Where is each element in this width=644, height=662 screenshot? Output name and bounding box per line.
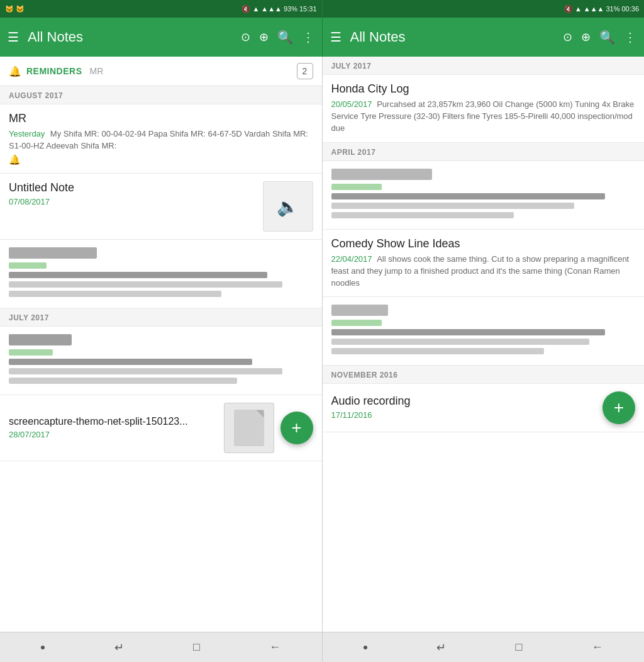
blurred-date-r2 xyxy=(331,320,382,326)
reminders-label: REMINDERS xyxy=(26,66,82,76)
upload-icon-left[interactable]: ⊕ xyxy=(259,30,269,44)
page-title-right: All Notes xyxy=(350,29,555,45)
note-date-screencapture: 28/07/2017 xyxy=(9,430,224,439)
import-icon-right[interactable]: ⊙ xyxy=(563,30,572,44)
note-blurred-r2[interactable] xyxy=(323,297,645,366)
note-blurred-1[interactable] xyxy=(0,240,322,308)
menu-icon-left[interactable]: ☰ xyxy=(8,30,19,45)
note-screencapture[interactable]: screencapture-themo-net-split-150123... … xyxy=(0,395,322,461)
blurred-line-r2a xyxy=(331,329,605,335)
app-header-left: ☰ All Notes ⊙ ⊕ 🔍 ⋮ xyxy=(0,18,322,57)
import-icon-left[interactable]: ⊙ xyxy=(241,30,250,44)
section-header-april: APRIL 2017 xyxy=(323,143,645,161)
file-icon xyxy=(234,410,264,446)
signal-icon-right: ▲▲▲ xyxy=(584,5,604,13)
battery-right: 31% xyxy=(606,5,619,13)
bell-icon: 🔔 xyxy=(9,65,21,77)
blurred-line-site-2 xyxy=(9,368,282,374)
note-preview-comedy: All shows cook the same thing. Cut to a … xyxy=(331,254,630,288)
blurred-title-1 xyxy=(9,247,97,259)
page-title-left: All Notes xyxy=(28,29,232,45)
fab-left[interactable]: + xyxy=(280,412,313,444)
back-icon-right[interactable]: ← xyxy=(592,641,603,654)
audio-icon: 🔈 xyxy=(277,196,299,217)
note-date-mr: Yesterday xyxy=(9,129,45,138)
note-date-untitled: 07/08/2017 xyxy=(9,197,257,206)
blurred-date-r1 xyxy=(331,184,382,190)
recents-icon-right[interactable]: ↵ xyxy=(436,641,446,654)
section-header-august: AUGUST 2017 xyxy=(0,86,322,104)
reminders-badge: 2 xyxy=(297,63,313,79)
note-thumb-audio: 🔈 xyxy=(263,181,313,232)
fab-right[interactable]: + xyxy=(602,391,635,424)
blurred-line-r1b xyxy=(331,203,575,209)
app-icons-left: 🐱 🐱 xyxy=(5,5,25,13)
blurred-line-site-1 xyxy=(9,359,252,365)
dot-icon-left xyxy=(41,646,45,649)
blurred-line-r1c xyxy=(331,212,514,218)
section-header-july-left: JULY 2017 xyxy=(0,308,322,327)
mute-icon-right: 🔇 xyxy=(564,5,573,13)
home-icon-left[interactable]: □ xyxy=(193,641,200,654)
blurred-preview-1c xyxy=(9,291,221,297)
blurred-title-site xyxy=(9,334,72,345)
more-icon-right[interactable]: ⋮ xyxy=(624,30,636,45)
note-date-comedy: 22/04/2017 xyxy=(331,254,375,264)
blurred-line-site-3 xyxy=(9,378,237,384)
note-blurred-r1[interactable] xyxy=(323,161,645,230)
status-bar-left: 🐱 🐱 🔇 ▲ ▲▲▲ 93% 15:31 xyxy=(0,0,322,18)
blurred-date-1 xyxy=(9,262,47,269)
section-header-november: NOVEMBER 2016 xyxy=(323,366,645,384)
back-icon-left[interactable]: ← xyxy=(269,641,280,654)
home-icon-right[interactable]: □ xyxy=(516,641,523,654)
search-icon-left[interactable]: 🔍 xyxy=(277,30,293,45)
note-date-audio: 17/11/2016 xyxy=(331,410,411,420)
note-preview-mr: My Shifa MR: 00-04-02-94 Papa Shifa MR: … xyxy=(9,129,308,150)
note-title-comedy: Comedy Show Line Ideas xyxy=(331,237,636,250)
note-title-screencapture: screencapture-themo-net-split-150123... xyxy=(9,416,224,427)
menu-icon-right[interactable]: ☰ xyxy=(330,30,341,45)
search-icon-right[interactable]: 🔍 xyxy=(599,30,615,45)
note-comedy[interactable]: Comedy Show Line Ideas 22/04/2017 All sh… xyxy=(323,230,645,298)
note-title-audio: Audio recording xyxy=(331,395,411,408)
blurred-title-r1 xyxy=(331,169,432,180)
reminder-icon-mr: 🔔 xyxy=(9,154,313,166)
reminders-bar[interactable]: 🔔 REMINDERS MR 2 xyxy=(0,57,322,86)
wifi-icon-right: ▲ xyxy=(575,5,582,13)
bottom-nav-left: ↵ □ ← xyxy=(0,632,322,662)
signal-icon-left: ▲▲▲ xyxy=(261,5,282,13)
blurred-date-site xyxy=(9,349,53,356)
time-left: 15:31 xyxy=(299,5,317,13)
panel-left: 🔔 REMINDERS MR 2 AUGUST 2017 MR Yesterda… xyxy=(0,57,323,632)
upload-icon-right[interactable]: ⊕ xyxy=(581,30,591,44)
note-title-untitled: Untitled Note xyxy=(9,181,257,194)
section-header-july-right: JULY 2017 xyxy=(323,57,645,75)
status-bar-right: 🔇 ▲ ▲▲▲ 31% 00:36 xyxy=(323,0,645,18)
recents-icon-left[interactable]: ↵ xyxy=(114,641,124,654)
blurred-line-r2c xyxy=(331,348,544,354)
reminders-mr: MR xyxy=(90,66,104,76)
blurred-preview-1b xyxy=(9,281,282,288)
blurred-line-r2b xyxy=(331,339,590,345)
mute-icon-left: 🔇 xyxy=(242,5,250,13)
dot-icon-right xyxy=(364,646,367,649)
blurred-title-r2 xyxy=(331,305,388,316)
blurred-line-r1a xyxy=(331,193,605,199)
note-mr[interactable]: MR Yesterday My Shifa MR: 00-04-02-94 Pa… xyxy=(0,104,322,174)
note-audio[interactable]: Audio recording 17/11/2016 + xyxy=(323,384,645,432)
more-icon-left[interactable]: ⋮ xyxy=(302,30,314,45)
panel-right: JULY 2017 Honda City Log 20/05/2017 Purc… xyxy=(323,57,645,632)
note-preview-honda: Purcahsed at 23,857km 23,960 Oil Change … xyxy=(331,99,635,133)
time-right: 00:36 xyxy=(621,5,639,13)
note-date-honda: 20/05/2017 xyxy=(331,99,375,109)
note-site-log[interactable] xyxy=(0,327,322,395)
bottom-nav-right: ↵ □ ← xyxy=(323,632,645,662)
note-untitled[interactable]: Untitled Note 07/08/2017 🔈 xyxy=(0,174,322,240)
note-thumb-file xyxy=(224,403,274,453)
wifi-icon-left: ▲ xyxy=(252,5,259,13)
note-title-honda: Honda City Log xyxy=(331,82,636,96)
note-title-mr: MR xyxy=(9,112,313,125)
note-honda[interactable]: Honda City Log 20/05/2017 Purcahsed at 2… xyxy=(323,75,645,143)
app-header-right: ☰ All Notes ⊙ ⊕ 🔍 ⋮ xyxy=(323,18,645,57)
battery-left: 93% xyxy=(284,5,297,13)
